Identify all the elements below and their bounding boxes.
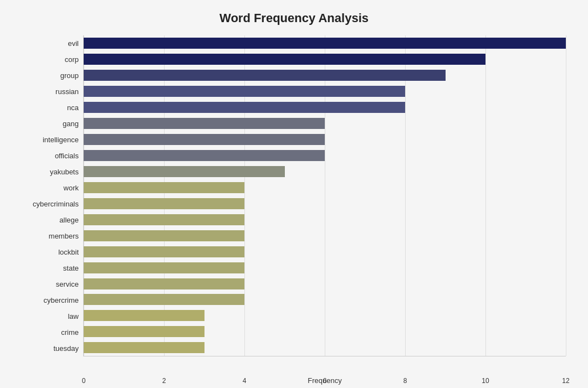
- bar: [84, 294, 244, 305]
- grid-line: [84, 35, 84, 356]
- grid-line: [164, 35, 165, 356]
- bar: [84, 102, 405, 113]
- y-label: nca: [67, 104, 79, 111]
- bar-row: [84, 149, 566, 162]
- y-label: corp: [65, 56, 79, 63]
- bar-row: [84, 246, 566, 258]
- grid-line: [325, 35, 325, 356]
- bar-row: [84, 198, 566, 210]
- grid-line: [405, 35, 406, 356]
- bar: [84, 38, 566, 49]
- y-label: crime: [61, 329, 79, 336]
- bar: [84, 166, 285, 177]
- bar-row: [84, 293, 566, 306]
- bar-row: [84, 85, 566, 97]
- y-label: cybercriminals: [33, 200, 79, 208]
- bar-row: [84, 278, 566, 290]
- y-label: group: [60, 72, 79, 79]
- bar: [84, 134, 325, 145]
- grid-line: [244, 35, 245, 356]
- bar: [84, 230, 244, 241]
- bar: [84, 198, 244, 209]
- bar-row: [84, 309, 566, 322]
- bar: [84, 182, 244, 193]
- y-label: state: [63, 265, 79, 272]
- y-label: law: [68, 313, 79, 320]
- bar-row: [84, 37, 566, 49]
- x-axis-label: Frequency: [84, 376, 566, 385]
- bars-area: 024681012Frequency: [83, 35, 566, 356]
- y-label: work: [64, 184, 79, 192]
- bar: [84, 246, 244, 257]
- bar: [84, 342, 204, 353]
- bar: [84, 326, 204, 337]
- bar-row: [84, 133, 566, 146]
- y-label: intelligence: [43, 136, 79, 143]
- y-label: service: [56, 281, 79, 288]
- bar-row: [84, 69, 566, 81]
- bar: [84, 86, 405, 97]
- bar-row: [84, 117, 566, 130]
- bar-row: [84, 101, 566, 113]
- bar: [84, 118, 325, 129]
- chart-area: evilcorpgrouprussianncagangintelligenceo…: [22, 35, 566, 356]
- y-label: lockbit: [58, 249, 79, 256]
- bar-row: [84, 342, 566, 354]
- y-label: cybercrime: [43, 297, 79, 304]
- y-label: evil: [68, 40, 79, 47]
- y-label: allege: [59, 216, 79, 224]
- bar-row: [84, 182, 566, 194]
- bar: [84, 214, 244, 225]
- y-labels: evilcorpgrouprussianncagangintelligenceo…: [22, 35, 83, 356]
- bar: [84, 310, 204, 321]
- bar-row: [84, 165, 566, 178]
- y-label: russian: [55, 88, 79, 95]
- y-label: gang: [63, 120, 79, 127]
- y-label: members: [49, 232, 79, 240]
- bar-row: [84, 230, 566, 242]
- y-label: officials: [55, 152, 79, 159]
- y-label: yakubets: [50, 168, 79, 175]
- grid-line: [566, 35, 566, 356]
- grid-line: [485, 35, 486, 356]
- y-label: tuesday: [53, 345, 79, 352]
- bar: [84, 262, 244, 273]
- bar: [84, 150, 325, 161]
- chart-title: Word Frequency Analysis: [22, 11, 566, 25]
- bar: [84, 278, 244, 289]
- bar-row: [84, 214, 566, 226]
- bar-row: [84, 325, 566, 338]
- bar-row: [84, 262, 566, 274]
- bar-row: [84, 53, 566, 65]
- chart-container: Word Frequency Analysis evilcorpgrouprus…: [0, 0, 588, 388]
- bar: [84, 70, 446, 81]
- bar: [84, 54, 485, 65]
